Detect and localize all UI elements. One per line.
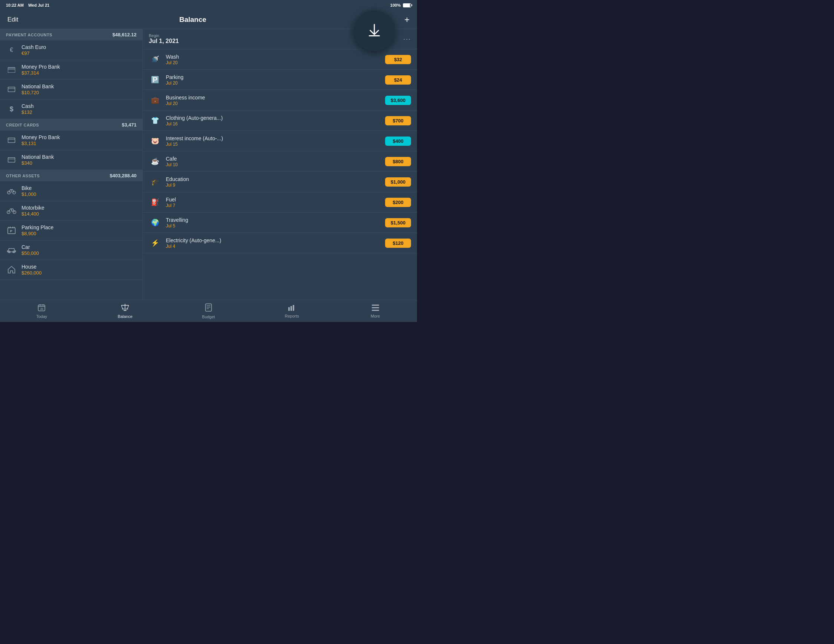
reports-icon xyxy=(288,304,296,313)
transaction-date: Jul 20 xyxy=(166,101,385,106)
account-balance: $3,131 xyxy=(21,140,60,146)
svg-text:21: 21 xyxy=(40,308,44,310)
edit-button[interactable]: Edit xyxy=(7,16,18,23)
transaction-name: Electricity (Auto-gene...) xyxy=(166,237,385,243)
status-date: Wed Jul 21 xyxy=(28,3,49,7)
other-assets-total: $403,288.40 xyxy=(110,173,137,178)
account-bike[interactable]: Bike $1,000 xyxy=(0,181,142,201)
transaction-name: Parking xyxy=(166,74,385,80)
svg-rect-40 xyxy=(372,307,379,308)
account-house[interactable]: House $260,000 xyxy=(0,260,142,280)
account-cash[interactable]: $ Cash $132 xyxy=(0,99,142,119)
budget-icon xyxy=(205,303,212,313)
transaction-amount: $400 xyxy=(385,137,411,146)
begin-label: Begin xyxy=(149,33,179,38)
transaction-amount: $800 xyxy=(385,157,411,166)
transaction-amount: $32 xyxy=(385,55,411,64)
svg-rect-4 xyxy=(8,87,15,92)
right-panel: Begin Jul 1, 2021 ··· 🚿 Wash Jul 20 $32 … xyxy=(143,29,417,300)
transaction-business-income[interactable]: 💼 Business income Jul 20 $3,600 xyxy=(143,90,417,111)
euro-icon: € xyxy=(6,45,17,56)
transaction-name: Business income xyxy=(166,95,385,100)
more-options-button[interactable]: ··· xyxy=(403,35,411,43)
account-motorbike[interactable]: Motorbike $14,400 xyxy=(0,201,142,221)
transaction-date: Jul 5 xyxy=(166,223,385,229)
more-icon xyxy=(372,304,380,313)
card-icon xyxy=(6,154,17,165)
account-balance: $37,314 xyxy=(21,70,60,76)
account-national-bank-credit[interactable]: National Bank $340 xyxy=(0,150,142,170)
battery-percent: 100% xyxy=(390,3,401,7)
payment-accounts-title: PAYMENT ACCOUNTS xyxy=(6,33,52,37)
account-balance: $10,720 xyxy=(21,90,54,95)
transaction-wash[interactable]: 🚿 Wash Jul 20 $32 xyxy=(143,49,417,70)
left-panel: PAYMENT ACCOUNTS $48,612.12 € Cash Euro … xyxy=(0,29,143,300)
add-button[interactable]: + xyxy=(404,15,410,24)
transaction-date: Jul 9 xyxy=(166,182,385,188)
car-icon xyxy=(6,244,17,256)
briefcase-icon: 💼 xyxy=(149,94,162,107)
account-money-pro-bank-payment[interactable]: Money Pro Bank $37,314 xyxy=(0,60,142,80)
transaction-amount: $24 xyxy=(385,75,411,85)
status-time: 10:22 AM xyxy=(6,3,24,7)
account-name: Money Pro Bank xyxy=(21,134,60,140)
wash-icon: 🚿 xyxy=(149,53,162,66)
credit-cards-header: CREDIT CARDS $3,471 xyxy=(0,119,142,131)
download-icon xyxy=(365,21,384,40)
transaction-date: Jul 10 xyxy=(166,162,385,167)
account-name: House xyxy=(21,264,42,270)
svg-rect-0 xyxy=(369,35,380,36)
account-money-pro-bank-credit[interactable]: Money Pro Bank $3,131 xyxy=(0,131,142,150)
parking-place-icon: P xyxy=(6,225,17,236)
transaction-amount: $1,000 xyxy=(385,178,411,187)
transaction-name: Education xyxy=(166,176,385,182)
svg-rect-7 xyxy=(8,139,15,140)
account-balance: $340 xyxy=(21,160,54,166)
tab-balance[interactable]: Balance xyxy=(84,301,167,322)
transaction-name: Cafe xyxy=(166,156,385,162)
svg-rect-39 xyxy=(372,305,379,306)
calendar-icon: 21 xyxy=(38,304,45,313)
account-name: Parking Place xyxy=(21,224,53,230)
tab-more[interactable]: More xyxy=(333,301,417,321)
status-bar: 10:22 AM Wed Jul 21 100% xyxy=(0,0,417,10)
transaction-date: Jul 20 xyxy=(166,60,385,65)
account-cash-euro[interactable]: € Cash Euro €97 xyxy=(0,40,142,60)
account-parking-place[interactable]: P Parking Place $8,900 xyxy=(0,221,142,240)
transaction-name: Fuel xyxy=(166,197,385,203)
main-container: PAYMENT ACCOUNTS $48,612.12 € Cash Euro … xyxy=(0,29,417,300)
transaction-parking[interactable]: 🅿️ Parking Jul 20 $24 xyxy=(143,70,417,90)
account-balance: €97 xyxy=(21,50,46,56)
transaction-education[interactable]: 🎓 Education Jul 9 $1,000 xyxy=(143,172,417,192)
account-balance: $14,400 xyxy=(21,211,44,217)
transaction-clothing[interactable]: 👕 Clothing (Auto-genera...) Jul 16 $700 xyxy=(143,111,417,131)
svg-rect-37 xyxy=(291,306,292,311)
transaction-electricity[interactable]: ⚡ Electricity (Auto-gene...) Jul 4 $120 xyxy=(143,233,417,253)
account-balance: $260,000 xyxy=(21,270,42,276)
other-assets-title: OTHER ASSETS xyxy=(6,174,40,178)
transaction-date: Jul 4 xyxy=(166,244,385,249)
card-icon xyxy=(6,135,17,146)
electricity-icon: ⚡ xyxy=(149,237,162,249)
account-car[interactable]: Car $50,000 xyxy=(0,240,142,260)
transaction-interest-income[interactable]: 🐷 Interest income (Auto-...) Jul 15 $400 xyxy=(143,131,417,151)
transaction-cafe[interactable]: ☕ Cafe Jul 10 $800 xyxy=(143,151,417,172)
svg-rect-41 xyxy=(372,310,379,311)
download-button[interactable] xyxy=(354,10,395,51)
tab-today[interactable]: 21 Today xyxy=(0,301,84,322)
tab-today-label: Today xyxy=(36,314,47,319)
transaction-travelling[interactable]: 🌍 Travelling Jul 5 $1,500 xyxy=(143,213,417,233)
status-bar-left: 10:22 AM Wed Jul 21 xyxy=(6,3,49,7)
transaction-fuel[interactable]: ⛽ Fuel Jul 7 $200 xyxy=(143,192,417,213)
transaction-amount: $1,500 xyxy=(385,218,411,228)
tab-reports[interactable]: Reports xyxy=(250,301,333,321)
account-balance: $50,000 xyxy=(21,250,39,256)
transaction-amount: $700 xyxy=(385,116,411,125)
piggy-icon: 🐷 xyxy=(149,135,162,147)
account-name: Cash xyxy=(21,103,34,109)
tab-budget[interactable]: Budget xyxy=(167,300,251,322)
credit-cards-total: $3,471 xyxy=(122,122,137,128)
status-bar-right: 100% xyxy=(390,3,411,7)
transaction-name: Interest income (Auto-...) xyxy=(166,136,385,141)
account-national-bank-payment[interactable]: National Bank $10,720 xyxy=(0,80,142,99)
